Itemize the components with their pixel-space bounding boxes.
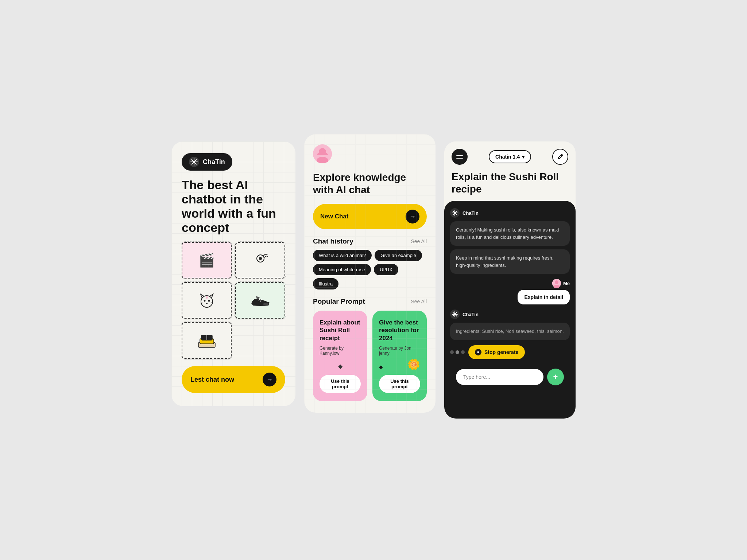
model-label: Chatin 1.4 (495, 154, 520, 160)
chip-white-rose[interactable]: Meaning of white rose (313, 264, 371, 275)
chip-wild-animal[interactable]: What is a wild animal? (313, 250, 372, 261)
svg-point-10 (208, 300, 210, 302)
ai-bubble-1: Certainly! Making sushi rolls, also know… (450, 221, 570, 246)
model-selector[interactable]: Chatin 1.4 ▾ (489, 150, 531, 163)
history-title: Chat history (313, 237, 353, 245)
user-avatar (313, 144, 332, 163)
user-avatar-small (552, 279, 561, 288)
screen-2: Explore knowledge with AI chat New Chat … (304, 134, 436, 413)
popular-see-all[interactable]: See All (411, 299, 427, 304)
chip-uiux[interactable]: UI/UX (374, 264, 398, 275)
cta-label: Lest chat now (190, 376, 234, 384)
dot-2 (456, 350, 459, 354)
chatin-ai-icon-2 (450, 310, 460, 319)
prompt-2-author: Generate by Jon jenny (379, 346, 420, 356)
logo-badge: ChaTin (182, 153, 232, 171)
prompt-card-2: Give the best resolution for 2024 Genera… (372, 311, 427, 401)
svg-point-7 (259, 257, 262, 260)
user-bubble: Explain in detail (518, 290, 570, 304)
prompt-card-1: Explain about Sushi Roll receipt Generat… (313, 311, 367, 401)
history-section: Chat history See All What is a wild anim… (313, 237, 427, 289)
history-chips: What is a wild animal? Give an example M… (313, 250, 427, 289)
chat-body: ChaTin Certainly! Making sushi rolls, al… (444, 201, 576, 419)
edit-button[interactable] (552, 149, 568, 165)
chip-give-example[interactable]: Give an example (375, 250, 422, 261)
screen-3: Chatin 1.4 ▾ Explain the Sushi Roll reci… (444, 141, 576, 419)
user-name: Me (563, 281, 570, 286)
ai-message-group-2: ChaTin Ingredients: Sushi rice, Nori sea… (450, 310, 570, 340)
chat-header: Chatin 1.4 ▾ (444, 141, 576, 171)
new-chat-label: New Chat (320, 213, 348, 220)
popular-title: Popular Prompt (313, 298, 365, 306)
stamps-grid: 🎬 (182, 242, 285, 359)
user-message-group: Me Explain in detail (450, 279, 570, 304)
prompt-1-title: Explain about Sushi Roll receipt (320, 319, 361, 342)
svg-point-9 (204, 300, 205, 302)
svg-point-27 (555, 280, 558, 284)
dots-indicator (450, 350, 465, 354)
ai-bubble-2: Keep in mind that sushi making requires … (450, 249, 570, 274)
history-see-all[interactable]: See All (411, 238, 427, 244)
chat-input-row: + (450, 364, 570, 391)
svg-point-5 (193, 161, 195, 163)
chevron-down-icon: ▾ (522, 154, 525, 160)
prompt-2-diamond: ◆ (379, 364, 383, 370)
ai-message-group-1: ChaTin Certainly! Making sushi rolls, al… (450, 208, 570, 274)
user-label: Me (552, 279, 570, 288)
prompt-2-title: Give the best resolution for 2024 (379, 319, 420, 342)
new-chat-button[interactable]: New Chat → (313, 204, 427, 229)
arrow-icon: → (263, 373, 276, 386)
send-icon: + (553, 372, 558, 382)
chat-input[interactable] (456, 369, 543, 385)
svg-point-34 (454, 314, 456, 315)
prompts-grid: Explain about Sushi Roll receipt Generat… (313, 311, 427, 401)
hero-title: The best AI chatbot in the world with a … (182, 178, 285, 235)
use-prompt-1-button[interactable]: Use this prompt (320, 375, 361, 393)
stamp-sneaker (235, 282, 285, 319)
stop-icon: ■ (475, 349, 481, 355)
ai-name-1: ChaTin (462, 210, 479, 216)
flower-decoration: 🌼 (407, 359, 420, 370)
popular-header: Popular Prompt See All (313, 298, 427, 306)
dot-1 (450, 350, 454, 354)
edit-icon (557, 153, 564, 160)
menu-button[interactable] (452, 149, 468, 165)
prompt-1-deco: ◆ (320, 363, 361, 370)
chatin-logo-icon (189, 157, 199, 167)
stamp-film: 🎬 (182, 242, 232, 279)
logo-text: ChaTin (203, 158, 225, 166)
stop-generate-button[interactable]: ■ Stop generate (468, 345, 525, 359)
new-chat-arrow-icon: → (406, 210, 419, 223)
history-header: Chat history See All (313, 237, 427, 245)
stop-label: Stop generate (484, 349, 518, 355)
prompt-2-deco-row: ◆ 🌼 (379, 359, 420, 370)
menu-line-2 (456, 158, 463, 159)
screen-1: ChaTin The best AI chatbot in the world … (171, 141, 295, 406)
chat-page-title: Explain the Sushi Roll recipe (444, 171, 576, 201)
ai-label-1: ChaTin (450, 208, 570, 218)
stop-generate-row: ■ Stop generate (450, 345, 570, 359)
stamp-music (235, 242, 285, 279)
ai-label-2: ChaTin (450, 310, 570, 319)
popular-prompt-section: Popular Prompt See All Explain about Sus… (313, 298, 427, 401)
use-prompt-2-button[interactable]: Use this prompt (379, 375, 420, 393)
prompt-1-author: Generate by Kanny.low (320, 346, 361, 359)
lest-chat-button[interactable]: Lest chat now → (182, 366, 285, 393)
stamp-cat (182, 282, 232, 319)
svg-point-12 (263, 303, 269, 305)
stamp-books (182, 322, 232, 359)
svg-point-25 (454, 212, 456, 214)
chatin-ai-icon-1 (450, 208, 460, 218)
explore-title: Explore knowledge with AI chat (313, 171, 427, 196)
chip-illustra[interactable]: Illustra (313, 278, 338, 289)
dot-3 (461, 350, 465, 354)
svg-point-11 (206, 296, 208, 299)
ai-name-2: ChaTin (462, 312, 479, 317)
menu-line-1 (456, 155, 463, 156)
ai-partial-bubble: Ingredients: Sushi rice, Nori seaweed, t… (450, 323, 570, 340)
send-button[interactable]: + (547, 369, 564, 385)
screens-container: ChaTin The best AI chatbot in the world … (171, 141, 576, 419)
